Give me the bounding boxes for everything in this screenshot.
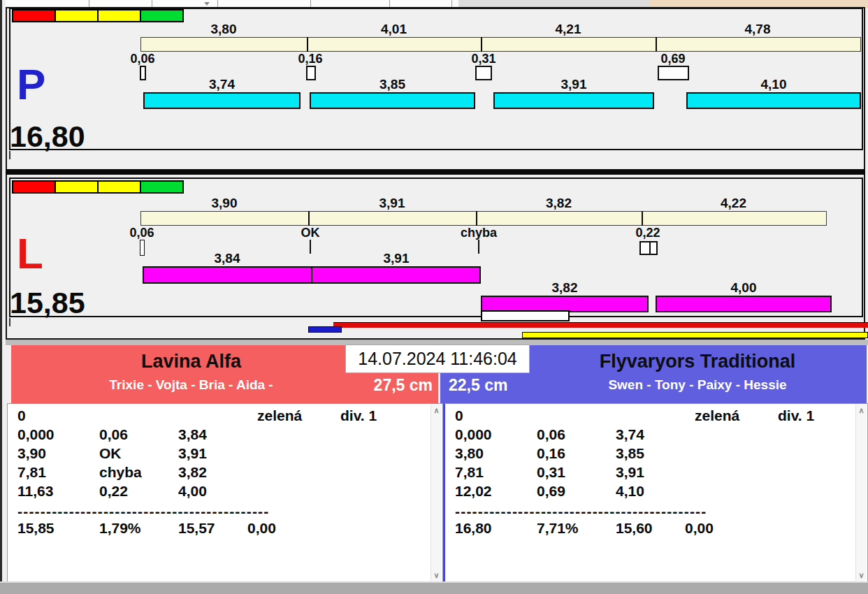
toolbar-spacer: [458, 0, 650, 7]
split-bar-divider: [307, 37, 308, 52]
light-yellow: [56, 10, 97, 21]
results-row: 3,90OK3,91: [8, 445, 427, 462]
toolbar-button[interactable]: [218, 0, 311, 7]
toolbar-button[interactable]: [6, 0, 89, 7]
tick-mark: [9, 151, 10, 159]
split-bar-divider: [656, 37, 657, 52]
light-green: [141, 10, 182, 21]
split-bar: [140, 37, 861, 52]
split-time-label: 3,91: [308, 196, 476, 211]
light-red: [13, 182, 55, 192]
lane-l-label: L: [17, 232, 43, 275]
gate-marker-box-divider: [649, 242, 651, 254]
gate-marker-label: 0,06: [115, 52, 171, 66]
results-row: 11,630,224,00: [8, 483, 427, 500]
gate-marker-box: [658, 66, 689, 80]
team-left-dogs: Trixie - Vojta - Bria - Aida -: [11, 377, 371, 393]
results-row: 0zelenádiv. 1: [8, 407, 427, 424]
team-right-jump-height: 22,5 cm: [449, 376, 507, 395]
scrollbar[interactable]: ∧ ∨: [431, 405, 442, 581]
split-time-label: 4,01: [307, 22, 481, 37]
leg-time-bar: [493, 92, 654, 109]
split-time-label: 4,22: [642, 196, 825, 211]
leg-time-label: 3,85: [310, 77, 475, 92]
status-bar: [0, 581, 868, 594]
split-time-label: 3,80: [140, 22, 307, 37]
team-right-name: Flyvaryors Traditional: [528, 351, 867, 372]
light-red: [13, 10, 55, 21]
toolbar-button[interactable]: [89, 0, 152, 7]
gate-marker-label: 0,16: [282, 52, 338, 66]
results-row: 0,0000,063,84: [8, 426, 427, 443]
gate-marker-label: OK: [282, 226, 338, 240]
split-bar-divider: [476, 211, 477, 226]
gate-marker-label: 0,22: [620, 226, 676, 240]
leg-time-label: 4,00: [656, 280, 832, 296]
progress-bar-red: [333, 322, 868, 328]
leg-time-label: 3,84: [143, 251, 312, 266]
split-bar-divider: [481, 37, 482, 52]
lane-divider: [6, 169, 865, 175]
team-left-name: Lavina Alfa: [11, 351, 371, 372]
results-row: 0,0000,063,74: [445, 426, 852, 443]
results-row: 3,800,163,85: [445, 445, 852, 462]
team-left-results[interactable]: 0zelenádiv. 1 0,0000,063,84 3,90OK3,91 7…: [7, 403, 443, 582]
gate-marker-box: [475, 66, 492, 80]
leg-time-label: 3,91: [312, 251, 481, 266]
leg-time-bar: [686, 92, 861, 109]
leg-time-bar: [143, 92, 301, 109]
split-time-label: 4,21: [481, 22, 656, 37]
toolbar-button[interactable]: [311, 0, 390, 7]
gate-marker-label: 0,31: [456, 52, 512, 66]
split-bar-divider: [642, 211, 643, 226]
scroll-down-icon[interactable]: ∨: [856, 571, 867, 579]
leg-bar-divider: [311, 266, 312, 284]
leg-time-label: 3,82: [481, 280, 649, 296]
results-total-row: 16,807,71%15,600,00: [445, 520, 852, 537]
results-total-row: 15,851,79%15,570,00: [8, 520, 427, 537]
results-row: 0zelenádiv. 1: [445, 407, 852, 424]
scrollbar[interactable]: ∧ ∨: [855, 405, 867, 581]
lane-p-label: P: [17, 63, 45, 106]
datetime-display: 14.07.2024 11:46:04: [345, 345, 530, 373]
split-time-label: 3,82: [476, 196, 642, 211]
team-right-results[interactable]: 0zelenádiv. 1 0,0000,063,74 3,800,163,85…: [443, 403, 868, 582]
light-yellow: [56, 182, 97, 192]
light-green: [141, 182, 182, 192]
results-row: 7,810,313,91: [445, 464, 852, 481]
lane-p-status-lights: [12, 9, 184, 22]
progress-bar-blue: [308, 326, 342, 333]
progress-marker-box: [481, 310, 570, 321]
results-row: 7,81chyba3,82: [8, 464, 427, 481]
gate-marker-label: chyba: [451, 226, 507, 240]
tick-mark: [9, 318, 10, 326]
results-separator: ----------------------------------------…: [8, 503, 427, 520]
leg-time-label: 3,74: [143, 77, 301, 92]
gate-marker-label: 0,06: [114, 226, 170, 240]
dropdown-caret-icon[interactable]: [204, 2, 210, 6]
lane-l-total-time: 15,85: [10, 288, 85, 318]
split-bar-divider: [308, 211, 310, 226]
results-separator: ----------------------------------------…: [445, 503, 852, 520]
scroll-up-icon[interactable]: ∧: [431, 406, 442, 414]
split-bar: [140, 211, 827, 226]
leg-time-bar: [656, 296, 832, 312]
leg-time-bar: [310, 92, 475, 109]
scroll-down-icon[interactable]: ∨: [431, 571, 442, 579]
team-left-jump-height: 27,5 cm: [374, 376, 433, 395]
results-row: 12,020,694,10: [445, 483, 852, 500]
scroll-up-icon[interactable]: ∧: [856, 406, 867, 414]
toolbar-button[interactable]: [390, 0, 452, 7]
lane-p-total-time: 16,80: [10, 122, 85, 152]
gate-marker-label: 0,69: [645, 52, 701, 66]
lane-l-status-lights: [12, 180, 184, 194]
split-time-label: 4,78: [656, 22, 860, 37]
team-right-dogs: Swen - Tony - Paixy - Hessie: [528, 377, 867, 393]
progress-bar-yellow: [522, 332, 868, 338]
split-time-label: 3,90: [140, 196, 308, 211]
leg-time-label: 3,91: [493, 77, 654, 92]
window-left-border: [0, 0, 2, 594]
app-window: 3,80 4,01 4,21 4,78 0,06 0,16 0,31 0,69 …: [0, 0, 868, 594]
leg-time-label: 4,10: [686, 77, 861, 92]
gate-marker-box-double: [639, 241, 658, 255]
